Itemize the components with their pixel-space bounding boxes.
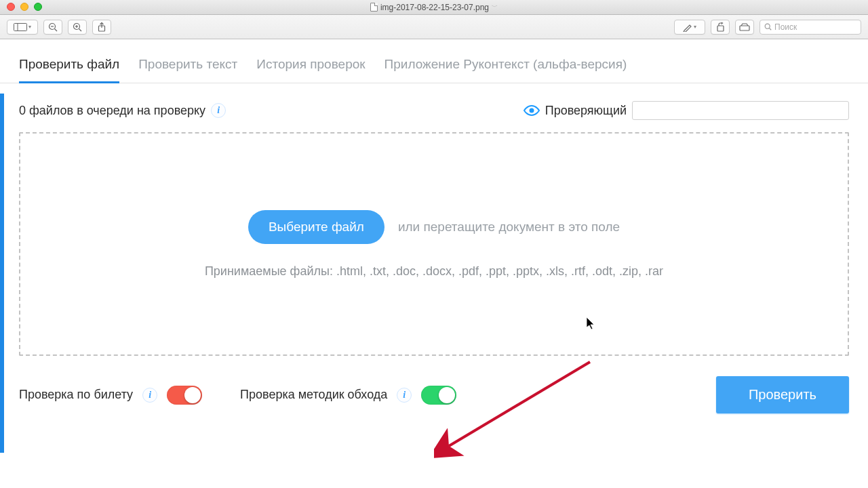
svg-rect-11 bbox=[717, 26, 724, 31]
tab-check-file[interactable]: Проверить файл bbox=[19, 57, 119, 83]
rotate-button[interactable] bbox=[711, 20, 730, 35]
minimize-window-button[interactable] bbox=[20, 3, 28, 11]
accepted-formats-text: Принимаемые файлы: .html, .txt, .doc, .d… bbox=[205, 264, 663, 279]
ticket-check-label: Проверка по билету bbox=[19, 388, 133, 402]
reviewer-label: Проверяющий bbox=[545, 104, 627, 118]
svg-line-14 bbox=[769, 28, 771, 30]
search-icon bbox=[764, 23, 772, 30]
bypass-check-toggle[interactable] bbox=[421, 386, 456, 405]
svg-line-6 bbox=[79, 28, 82, 31]
svg-rect-12 bbox=[740, 26, 749, 30]
svg-line-3 bbox=[55, 28, 58, 31]
close-window-button[interactable] bbox=[7, 3, 15, 11]
side-accent-strip bbox=[0, 94, 4, 453]
choose-file-button[interactable]: Выберите файл bbox=[248, 210, 384, 244]
svg-point-15 bbox=[529, 108, 534, 113]
svg-rect-0 bbox=[14, 23, 27, 30]
tab-history[interactable]: История проверок bbox=[256, 57, 365, 83]
tab-app-alpha[interactable]: Приложение Руконтекст (альфа-версия) bbox=[384, 57, 627, 83]
preview-toolbar: ▾ ▾ Поиск bbox=[0, 15, 868, 39]
annotate-button[interactable]: ▾ bbox=[674, 20, 705, 35]
search-placeholder: Поиск bbox=[774, 22, 797, 32]
zoom-out-button[interactable] bbox=[43, 20, 62, 35]
ticket-check-toggle[interactable] bbox=[167, 386, 202, 405]
bypass-check-info-icon[interactable]: i bbox=[397, 388, 412, 403]
bypass-check-label: Проверка методик обхода bbox=[240, 388, 387, 402]
file-dropzone[interactable]: Выберите файл или перетащите документ в … bbox=[19, 132, 849, 356]
drag-hint-text: или перетащите документ в это поле bbox=[398, 220, 620, 235]
zoom-in-button[interactable] bbox=[68, 20, 87, 35]
search-input[interactable]: Поиск bbox=[760, 20, 861, 35]
markup-button[interactable] bbox=[735, 20, 754, 35]
file-icon bbox=[370, 3, 378, 12]
reviewer-input[interactable] bbox=[632, 101, 849, 120]
queue-info-icon[interactable]: i bbox=[211, 103, 226, 118]
check-button[interactable]: Проверить bbox=[716, 376, 849, 413]
queue-status-label: 0 файлов в очереди на проверку bbox=[19, 104, 205, 118]
window-titlebar: img-2017-08-22-15-23-07.png ﹀ bbox=[0, 0, 868, 15]
svg-point-13 bbox=[765, 24, 770, 28]
app-tabs: Проверить файл Проверить текст История п… bbox=[0, 39, 868, 83]
ticket-check-info-icon[interactable]: i bbox=[142, 388, 157, 403]
chevron-down-icon[interactable]: ﹀ bbox=[492, 3, 498, 12]
share-button[interactable] bbox=[92, 20, 111, 35]
fullscreen-window-button[interactable] bbox=[34, 3, 42, 11]
eye-icon bbox=[524, 105, 540, 116]
window-filename: img-2017-08-22-15-23-07.png bbox=[380, 3, 489, 12]
tab-check-text[interactable]: Проверить текст bbox=[138, 57, 237, 83]
sidebar-toggle-button[interactable]: ▾ bbox=[7, 20, 38, 35]
web-content: Проверить файл Проверить текст История п… bbox=[0, 39, 868, 488]
